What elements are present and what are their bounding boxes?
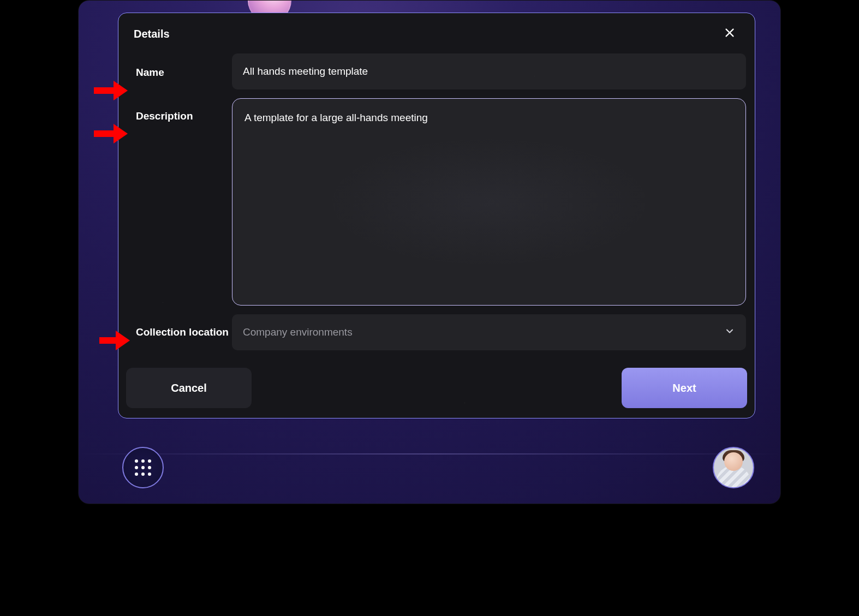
app-window: Details Name Description <box>78 0 781 504</box>
name-label: Name <box>127 53 232 89</box>
cancel-button[interactable]: Cancel <box>126 368 252 408</box>
modal-body: Name Description Collection location Com… <box>118 53 755 361</box>
avatar-head <box>724 452 743 471</box>
field-row-name: Name <box>127 53 746 89</box>
field-row-description: Description <box>127 98 746 306</box>
modal-footer: Cancel Next <box>118 361 755 408</box>
next-button[interactable]: Next <box>622 368 747 408</box>
modal-header: Details <box>118 13 755 53</box>
horizon-line <box>79 453 780 454</box>
apps-grid-button[interactable] <box>122 447 164 488</box>
apps-grid-icon <box>135 459 151 476</box>
name-input[interactable] <box>232 53 746 89</box>
description-textarea[interactable] <box>232 98 746 306</box>
field-row-collection: Collection location Company environments <box>127 314 746 350</box>
svg-rect-4 <box>94 130 114 137</box>
modal-title: Details <box>134 28 170 40</box>
avatar-button[interactable] <box>713 447 754 488</box>
close-icon <box>724 27 736 41</box>
svg-rect-2 <box>94 87 114 94</box>
details-modal: Details Name Description <box>118 13 755 418</box>
description-label: Description <box>127 98 232 306</box>
collection-select[interactable]: Company environments <box>232 314 746 350</box>
svg-rect-6 <box>99 337 116 344</box>
close-button[interactable] <box>720 24 739 44</box>
collection-label: Collection location <box>127 314 232 350</box>
